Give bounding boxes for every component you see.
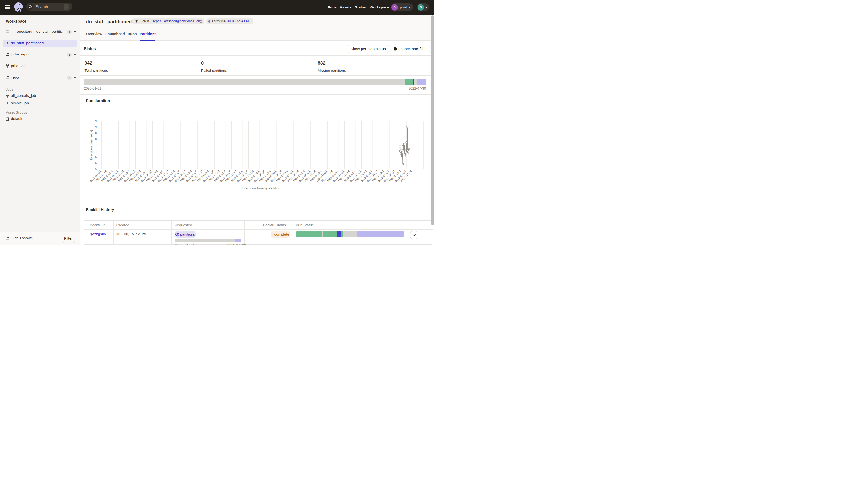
svg-text:6.5: 6.5 bbox=[95, 155, 99, 159]
svg-text:8.5: 8.5 bbox=[95, 131, 99, 135]
svg-text:7.0: 7.0 bbox=[95, 149, 99, 153]
svg-text:7.5: 7.5 bbox=[95, 143, 99, 147]
svg-text:9.5: 9.5 bbox=[95, 120, 99, 123]
svg-text:6.0: 6.0 bbox=[95, 161, 99, 165]
svg-text:9.0: 9.0 bbox=[95, 126, 99, 129]
svg-text:8.0: 8.0 bbox=[95, 137, 99, 141]
svg-text:Execution Time by Partition: Execution Time by Partition bbox=[242, 186, 280, 190]
svg-text:Execution time (secs): Execution time (secs) bbox=[90, 130, 93, 160]
